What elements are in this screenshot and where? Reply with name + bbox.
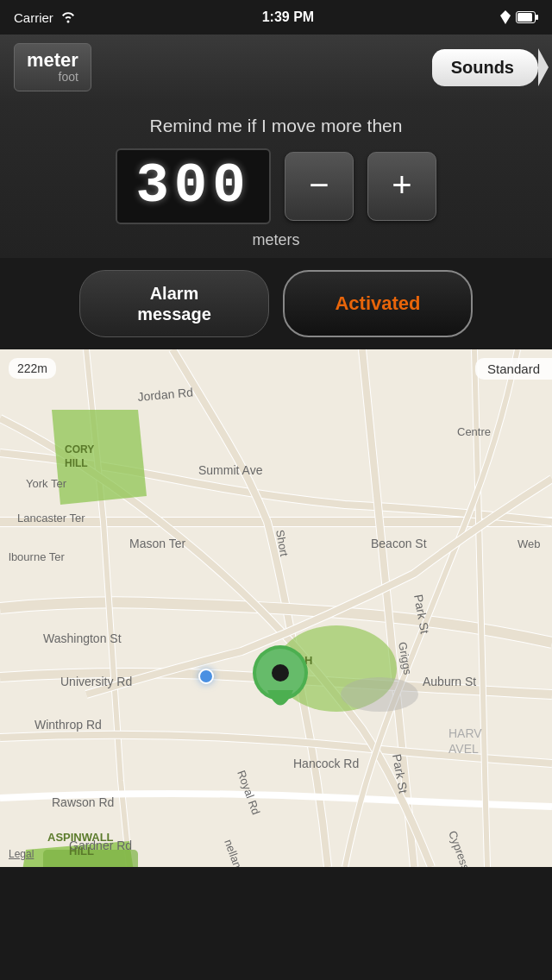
svg-rect-2: [518, 13, 532, 22]
status-left: Carrier: [14, 10, 76, 25]
svg-text:University Rd: University Rd: [60, 675, 132, 688]
svg-text:HARV: HARV: [448, 726, 482, 740]
status-bar: Carrier 1:39 PM: [0, 0, 552, 35]
wifi-icon: [60, 11, 76, 23]
map-standard-badge[interactable]: Standard: [475, 358, 552, 380]
distance-badge-text: 222m: [17, 361, 47, 375]
svg-point-10: [341, 677, 418, 712]
map-section[interactable]: Jordan Rd Summit Ave Beacon St Short Mas…: [0, 349, 552, 867]
svg-text:Summit Ave: Summit Ave: [198, 463, 263, 477]
legal-link[interactable]: Legal: [9, 848, 34, 860]
plus-icon: +: [392, 167, 411, 202]
unit-meter-label: meter: [27, 51, 78, 70]
carrier-label: Carrier: [14, 10, 53, 25]
distance-display: 300: [116, 148, 271, 224]
status-time: 1:39 PM: [262, 9, 314, 25]
map-distance-badge: 222m: [9, 358, 56, 379]
svg-text:lbourne Ter: lbourne Ter: [9, 550, 65, 563]
svg-text:Centre: Centre: [457, 425, 491, 438]
svg-text:Rawson Rd: Rawson Rd: [52, 795, 114, 809]
top-controls: meter foot Sounds: [0, 35, 552, 102]
activated-button[interactable]: Activated: [283, 270, 473, 337]
reminder-section: Remind me if I move more then 300 − + me…: [0, 102, 552, 258]
minus-icon: −: [309, 167, 329, 202]
map-background: Jordan Rd Summit Ave Beacon St Short Mas…: [0, 349, 552, 867]
location-pin: [250, 643, 310, 724]
current-location-dot: [198, 669, 214, 684]
distance-row: 300 − +: [17, 148, 535, 224]
svg-text:HILL: HILL: [69, 845, 94, 858]
svg-text:York Ter: York Ter: [26, 477, 67, 490]
svg-point-44: [272, 664, 289, 682]
svg-text:Mason Ter: Mason Ter: [129, 537, 185, 550]
battery-icon: [516, 11, 538, 23]
status-right: [500, 10, 538, 24]
svg-text:AVEL: AVEL: [448, 742, 479, 756]
svg-text:Hancock Rd: Hancock Rd: [293, 757, 359, 770]
reminder-text: Remind me if I move more then: [17, 116, 535, 136]
unit-toggle[interactable]: meter foot: [14, 43, 91, 91]
standard-badge-text: Standard: [487, 361, 540, 376]
distance-value: 300: [135, 159, 252, 214]
unit-label: meters: [17, 231, 535, 249]
unit-foot-label: foot: [59, 70, 78, 84]
svg-text:Beacon St: Beacon St: [371, 537, 427, 550]
pin-icon: [250, 643, 310, 720]
svg-text:Washington St: Washington St: [43, 631, 122, 645]
svg-text:HILL: HILL: [65, 457, 88, 469]
svg-text:Lancaster Ter: Lancaster Ter: [17, 512, 85, 525]
sounds-button[interactable]: Sounds: [432, 49, 538, 86]
svg-text:CORY: CORY: [65, 443, 94, 455]
svg-rect-1: [536, 15, 538, 20]
svg-text:Winthrop Rd: Winthrop Rd: [34, 718, 102, 732]
svg-text:Auburn St: Auburn St: [423, 675, 476, 688]
action-buttons: Alarmmessage Activated: [0, 258, 552, 349]
decrement-button[interactable]: −: [285, 152, 354, 221]
alarm-message-button[interactable]: Alarmmessage: [79, 270, 269, 337]
alarm-message-label: Alarmmessage: [137, 284, 211, 324]
increment-button[interactable]: +: [367, 152, 436, 221]
location-icon: [500, 10, 511, 24]
svg-text:Web: Web: [518, 537, 541, 550]
svg-text:ASPINWALL: ASPINWALL: [47, 831, 114, 844]
